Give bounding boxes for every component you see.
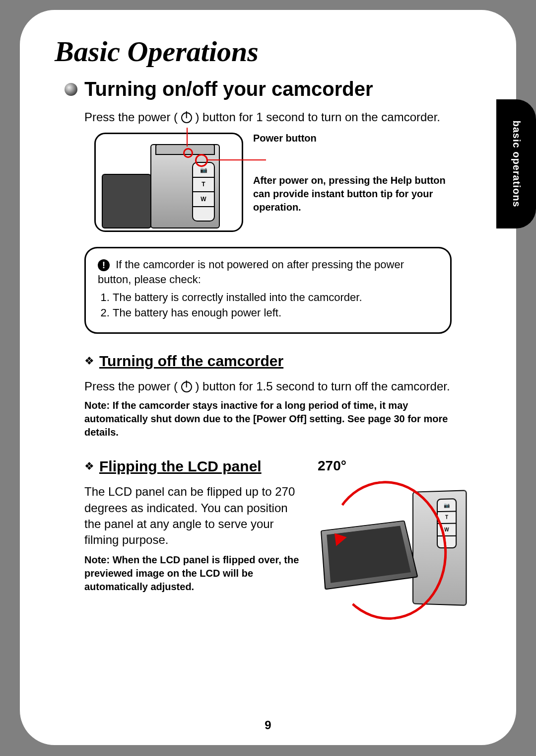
subsection-heading: Turning off the camcorder: [99, 353, 283, 370]
flip-description: The LCD panel can be flipped up to 270 d…: [84, 484, 303, 548]
camcorder-flip-illustration: 📷 T W: [318, 476, 471, 625]
page-number: 9: [20, 718, 516, 732]
text-post: ) button for 1.5 second to turn off the …: [195, 379, 450, 393]
cam-btn: [193, 207, 214, 221]
cam-btn: W: [193, 192, 214, 207]
cam-btn: T: [193, 178, 214, 193]
diagram-callout-text: Power button After power on, pressing th…: [253, 133, 481, 214]
manual-page: basic operations Basic Operations Turnin…: [20, 10, 516, 745]
diamond-bullet-icon: ❖: [84, 461, 94, 472]
intro-pre: Press the power (: [84, 110, 178, 124]
camcorder-screen: [102, 174, 151, 228]
subsection-heading-row: ❖ Flipping the LCD panel: [84, 458, 303, 475]
section-heading-row: Turning on/off your camcorder: [65, 78, 481, 100]
chapter-title: Basic Operations: [55, 35, 481, 68]
note-item: The battery has enough power left.: [113, 305, 438, 320]
intro-text: Press the power ( ) button for 1 second …: [84, 109, 481, 125]
note-list: The battery is correctly installed into …: [113, 290, 438, 320]
flip-text-column: ❖ Flipping the LCD panel The LCD panel c…: [84, 458, 303, 625]
diagram-power-button: 📷 T W Power button After power on, press…: [94, 133, 481, 232]
subsection-heading-row: ❖ Turning off the camcorder: [84, 353, 481, 370]
power-button-label: Power button: [253, 133, 481, 144]
power-icon: [181, 381, 192, 392]
flip-illustration-column: 270° 📷 T W: [318, 458, 481, 625]
callout-line: [187, 128, 188, 147]
callout-line: [206, 159, 266, 160]
note-item: The battery is correctly installed into …: [113, 290, 438, 305]
bullet-icon: [65, 83, 77, 96]
subsection-heading: Flipping the LCD panel: [99, 458, 262, 475]
power-icon: [181, 112, 192, 123]
turn-off-text: Press the power ( ) button for 1.5 secon…: [84, 378, 481, 394]
troubleshoot-note-box: ! If the camcorder is not powered on aft…: [84, 247, 452, 334]
diamond-bullet-icon: ❖: [84, 356, 94, 367]
callout-circle-icon: [195, 154, 208, 167]
angle-label: 270°: [318, 458, 481, 474]
text-pre: Press the power (: [84, 379, 178, 393]
camcorder-button-panel: 📷 T W: [192, 162, 215, 222]
flip-note: Note: When the LCD panel is flipped over…: [84, 553, 303, 594]
note-intro: If the camcorder is not powered on after…: [98, 258, 404, 286]
auto-off-note: Note: If the camcorder stays inactive fo…: [84, 399, 471, 439]
section-side-tab: basic operations: [496, 99, 536, 228]
note-icon: !: [98, 259, 110, 271]
side-tab-label: basic operations: [511, 121, 522, 208]
flip-lcd-row: ❖ Flipping the LCD panel The LCD panel c…: [84, 458, 481, 625]
camcorder-illustration: 📷 T W: [94, 133, 243, 232]
help-button-tip-label: After power on, pressing the Help button…: [253, 174, 462, 214]
section-heading: Turning on/off your camcorder: [84, 78, 373, 100]
intro-post: ) button for 1 second to turn on the cam…: [195, 110, 440, 124]
cam-btn: 📷: [438, 499, 456, 512]
